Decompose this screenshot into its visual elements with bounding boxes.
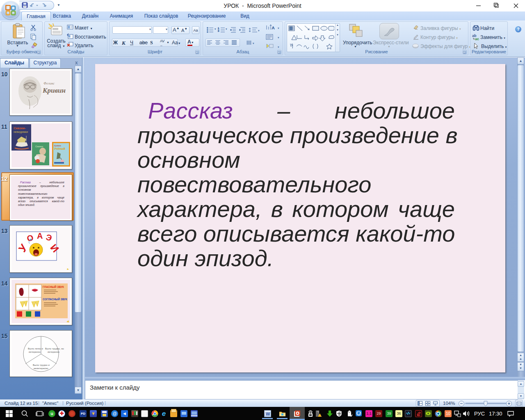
svg-text:Было трудно и: Было трудно и — [33, 364, 50, 366]
svg-text:Было трудно, но: Было трудно, но — [45, 347, 64, 350]
svg-text:▾: ▾ — [226, 27, 227, 30]
svg-text:Сказки: Сказки — [35, 145, 43, 148]
svg-text:▾: ▾ — [278, 36, 279, 39]
svg-text:2: 2 — [218, 30, 219, 32]
svg-text:интересно: интересно — [29, 351, 41, 353]
svg-text:Было легко и: Было легко и — [28, 347, 43, 350]
svg-text:ГЛАСНЫЙ ЗВУК: ГЛАСНЫЙ ЗВУК — [43, 285, 64, 288]
svg-text:Кривин: Кривин — [42, 87, 66, 94]
svg-text:СОГЛАСНЫЙ ЗВУК: СОГЛАСНЫЙ ЗВУК — [43, 297, 67, 301]
svg-text:▾: ▾ — [215, 27, 216, 30]
svg-text:▾: ▾ — [278, 46, 279, 48]
svg-text:невидимки: невидимки — [14, 130, 28, 134]
svg-text:ac: ac — [475, 37, 479, 41]
svg-text:Сказки-: Сказки- — [14, 126, 26, 130]
svg-text:▾: ▾ — [278, 27, 279, 30]
svg-text:!: ! — [321, 414, 322, 417]
svg-text:▾: ▾ — [258, 29, 260, 32]
svg-text:Феликс: Феликс — [43, 81, 55, 85]
svg-text:Кривин: Кривин — [54, 144, 61, 147]
svg-text:▾: ▾ — [253, 42, 254, 45]
svg-text:интересно: интересно — [48, 351, 60, 353]
svg-text:Учёный: Учёный — [54, 147, 65, 150]
svg-text:А: А — [272, 26, 274, 30]
svg-text:А: А — [37, 231, 43, 240]
svg-text:неинтересно: неинтересно — [34, 367, 48, 370]
